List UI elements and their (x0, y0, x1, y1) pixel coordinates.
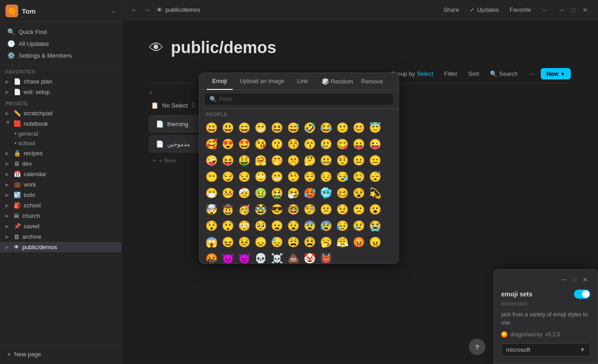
emoji-cell[interactable]: 🤢 (252, 185, 269, 202)
minimize-button[interactable]: ─ (557, 5, 567, 15)
emoji-cell[interactable]: 😌 (301, 169, 318, 185)
emoji-cell[interactable]: 🥴 (334, 185, 350, 202)
sidebar-item-chase-plan[interactable]: ▶ 📄 chase plan (0, 76, 121, 87)
emoji-cell[interactable]: 🥲 (318, 136, 334, 152)
emoji-cell[interactable]: 😗 (269, 136, 285, 152)
plus-icon[interactable]: + (149, 89, 153, 96)
emoji-cell[interactable]: 😮 (367, 202, 383, 218)
emoji-cell[interactable]: 😔 (318, 169, 334, 185)
back-button[interactable]: ← (129, 5, 140, 15)
emoji-cell[interactable]: 🤕 (236, 185, 252, 202)
filter-button[interactable]: Filter (441, 69, 461, 79)
emoji-cell[interactable]: 🤫 (285, 152, 301, 169)
emoji-cell[interactable]: 😥 (334, 218, 350, 234)
favorite-button[interactable]: Favorite (507, 5, 534, 15)
emoji-cell[interactable]: 😝 (219, 152, 236, 169)
emoji-cell[interactable]: 😪 (334, 169, 350, 185)
emoji-cell[interactable]: 🤣 (301, 120, 318, 136)
new-button[interactable]: New ▼ (541, 68, 571, 79)
emoji-cell[interactable]: 😟 (334, 202, 350, 218)
emoji-cell[interactable]: 😋 (334, 136, 350, 152)
emoji-cell[interactable]: 🤩 (236, 136, 252, 152)
sidebar-item-quick-find[interactable]: 🔍 Quick Find (2, 26, 120, 38)
sidebar-item-saved[interactable]: ▶ 📌 saved (0, 221, 121, 231)
more-options-button[interactable]: ··· (525, 69, 538, 79)
emoji-cell[interactable]: 😂 (318, 120, 334, 136)
sidebar-item-recipes[interactable]: ▶ 🔒 recipes (0, 148, 121, 158)
emoji-cell[interactable]: 😞 (252, 234, 269, 251)
emoji-cell[interactable]: 😊 (350, 120, 367, 136)
emoji-cell[interactable]: 😁 (252, 120, 269, 136)
new-page-button[interactable]: + New page (2, 348, 120, 360)
emoji-cell[interactable]: 🤔 (301, 152, 318, 169)
emoji-cell[interactable]: 😣 (236, 234, 252, 251)
emoji-cell[interactable]: 🤯 (203, 202, 219, 218)
emoji-cell[interactable]: 😏 (219, 169, 236, 185)
emoji-cell[interactable]: 🤮 (269, 185, 285, 202)
emoji-cell[interactable]: 🤧 (285, 185, 301, 202)
sidebar-item-wsl-setup[interactable]: ▶ 📄 wsl: setup (0, 87, 121, 97)
search-button[interactable]: 🔍 Search (486, 69, 521, 79)
forward-button[interactable]: → (142, 5, 153, 15)
emoji-cell[interactable]: 👹 (318, 251, 334, 263)
sidebar-item-all-updates[interactable]: 🕐 All Updates (2, 38, 120, 49)
close-button[interactable]: ✕ (580, 5, 591, 15)
emoji-cell[interactable]: 🤐 (318, 152, 334, 169)
emoji-cell[interactable]: 😄 (236, 120, 252, 136)
emoji-cell[interactable]: 😳 (236, 218, 252, 234)
emoji-cell[interactable]: 😐 (350, 152, 367, 169)
emoji-cell[interactable]: 🤓 (285, 202, 301, 218)
emoji-cell[interactable]: 😛 (350, 136, 367, 152)
emoji-cell[interactable]: 💀 (252, 251, 269, 263)
extension-select[interactable]: microsoft ▼ (501, 343, 590, 356)
emoji-cell[interactable]: 😵 (350, 185, 367, 202)
emoji-cell[interactable]: 😃 (219, 120, 236, 136)
emoji-cell[interactable]: 🤠 (219, 202, 236, 218)
emoji-cell[interactable]: 😀 (203, 120, 219, 136)
emoji-cell[interactable]: 😘 (252, 136, 269, 152)
emoji-cell[interactable]: 😎 (269, 202, 285, 218)
emoji-cell[interactable]: 😙 (301, 136, 318, 152)
emoji-cell[interactable]: 😚 (285, 136, 301, 152)
emoji-cell[interactable]: 😍 (219, 136, 236, 152)
ext-maximize-button[interactable]: □ (570, 275, 578, 284)
emoji-cell[interactable]: 😜 (367, 136, 383, 152)
tab-upload-image[interactable]: Upload an image (234, 73, 290, 90)
ext-close-button[interactable]: ✕ (580, 275, 590, 284)
emoji-cell[interactable]: 😒 (236, 169, 252, 185)
sidebar-item-public-demos[interactable]: ▶ 👁 public/demos (0, 242, 121, 252)
emoji-cell[interactable]: 🥳 (236, 202, 252, 218)
emoji-cell[interactable]: 🥵 (301, 185, 318, 202)
emoji-cell[interactable]: 🤗 (252, 152, 269, 169)
emoji-cell[interactable]: 🧐 (301, 202, 318, 218)
emoji-cell[interactable]: 🙂 (334, 120, 350, 136)
emoji-cell[interactable]: 😶 (203, 169, 219, 185)
tab-emoji[interactable]: Emoji (207, 73, 233, 90)
sidebar-item-settings[interactable]: ⚙️ Settings & Members (2, 49, 120, 61)
tab-link[interactable]: Link (292, 73, 314, 90)
emoji-cell[interactable]: 😲 (219, 218, 236, 234)
sidebar-item-todo[interactable]: ▶ ☑️ todo (0, 190, 121, 200)
sidebar-item-general[interactable]: • general (11, 129, 121, 138)
emoji-cell[interactable]: 🤒 (219, 185, 236, 202)
sidebar-item-archive[interactable]: ▶ 🗑 archive (0, 231, 121, 242)
emoji-cell[interactable]: 😭 (367, 218, 383, 234)
emoji-cell[interactable]: 🙄 (252, 169, 269, 185)
emoji-cell[interactable]: 👿 (236, 251, 252, 263)
emoji-cell[interactable]: 🥸 (252, 202, 269, 218)
emoji-cell[interactable]: 🥰 (203, 136, 219, 152)
emoji-cell[interactable]: 😤 (334, 234, 350, 251)
updates-button[interactable]: ✓ Updates (467, 5, 501, 15)
sort-button[interactable]: Sort (464, 69, 483, 79)
sidebar-item-notebook[interactable]: ▶ 🟥 notebook (0, 118, 121, 129)
sidebar-item-calendar[interactable]: ▶ 📅 calendar (0, 169, 121, 179)
emoji-cell[interactable]: 😷 (203, 185, 219, 202)
extension-toggle[interactable] (574, 290, 590, 299)
emoji-cell[interactable]: 🥶 (318, 185, 334, 202)
emoji-cell[interactable]: 😦 (269, 218, 285, 234)
ext-minimize-button[interactable]: ─ (559, 275, 568, 284)
emoji-cell[interactable]: 😓 (269, 234, 285, 251)
sidebar-item-scratchpad[interactable]: ▶ ✏️ scratchpad (0, 108, 121, 118)
emoji-cell[interactable]: 😆 (269, 120, 285, 136)
emoji-cell[interactable]: 😕 (318, 202, 334, 218)
